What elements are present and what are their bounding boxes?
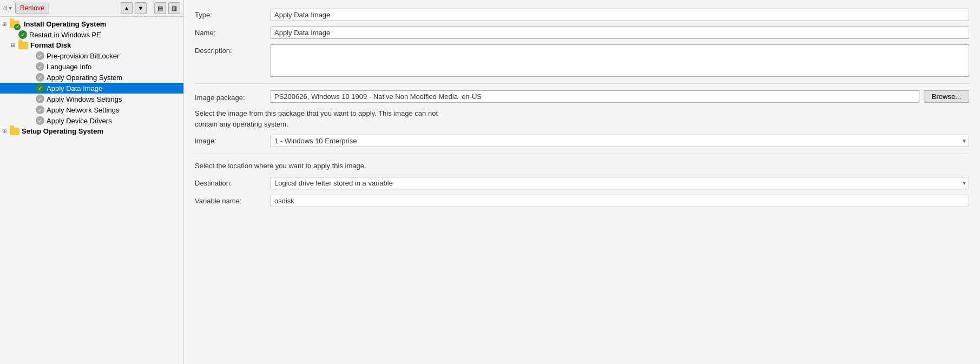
icon2-button[interactable]: ▥ — [168, 2, 180, 14]
toolbar: d ▾ Remove ▲ ▼ ▤ ▥ — [0, 0, 183, 17]
down-button[interactable]: ▼ — [135, 2, 147, 14]
tree-item-label: Setup Operating System — [22, 127, 103, 135]
image-package-input[interactable] — [271, 90, 919, 103]
remove-button[interactable]: Remove — [15, 3, 49, 14]
right-panel: Type: Name: Description: Image package: … — [184, 0, 980, 364]
folder-icon — [10, 128, 19, 135]
toolbar-icons: ▲ ▼ ▤ ▥ — [121, 2, 180, 14]
tree-item-label: Pre-provision BitLocker — [47, 52, 119, 60]
tree-item-label: Apply Network Settings — [47, 106, 119, 114]
tree-item-label: Apply Operating System — [47, 74, 122, 82]
description-input[interactable] — [271, 44, 969, 77]
tree-item-label: Apply Windows Settings — [47, 95, 122, 103]
toolbar-label: d ▾ — [3, 4, 12, 12]
destination-row: Destination: Logical drive letter stored… — [195, 177, 969, 189]
name-row: Name: — [195, 27, 969, 39]
tree-item-install-os[interactable]: ⊞ ✓ Install Operating System — [0, 19, 183, 29]
description-label: Description: — [195, 44, 271, 55]
browse-button[interactable]: Browse... — [924, 90, 969, 103]
tree: ⊞ ✓ Install Operating System ✓ Restart i… — [0, 17, 183, 364]
image-select-wrapper: 1 - Windows 10 Enterprise ▼ — [271, 135, 969, 147]
type-label: Type: — [195, 9, 271, 19]
status-gray-icon: ✓ — [36, 51, 44, 60]
tree-item-apply-os[interactable]: ✓ Apply Operating System — [0, 72, 183, 83]
status-gray-icon: ✓ — [36, 95, 44, 103]
tree-item-apply-windows-settings[interactable]: ✓ Apply Windows Settings — [0, 94, 183, 104]
divider-1 — [195, 83, 969, 84]
select-image-info: Select the image from this package that … — [195, 108, 969, 129]
status-gray-icon: ✓ — [36, 62, 44, 71]
description-row: Description: — [195, 44, 969, 77]
name-label: Name: — [195, 27, 271, 37]
image-package-label: Image package: — [195, 91, 271, 102]
status-gray-icon: ✓ — [36, 116, 44, 125]
tree-item-language-info[interactable]: ✓ Language Info — [0, 61, 183, 72]
expand-icon: ⊞ — [11, 42, 18, 48]
variable-name-row: Variable name: — [195, 195, 969, 207]
status-green-icon: ✓ — [36, 84, 44, 92]
divider-2 — [195, 154, 969, 154]
status-gray-icon: ✓ — [36, 73, 44, 82]
name-input[interactable] — [271, 27, 969, 39]
tree-item-apply-network-settings[interactable]: ✓ Apply Network Settings — [0, 104, 183, 115]
tree-item-label: Apply Data Image — [47, 84, 102, 92]
type-input[interactable] — [271, 9, 969, 21]
variable-name-input[interactable] — [271, 195, 969, 207]
tree-item-format-disk[interactable]: ⊞ Format Disk — [0, 40, 183, 50]
up-button[interactable]: ▲ — [121, 2, 133, 14]
status-green-icon: ✓ — [14, 24, 21, 30]
destination-select-wrapper: Logical drive letter stored in a variabl… — [271, 177, 969, 189]
tree-item-setup-os[interactable]: ⊞ Setup Operating System — [0, 126, 183, 136]
destination-info: Select the location where you want to ap… — [195, 161, 969, 171]
left-panel: d ▾ Remove ▲ ▼ ▤ ▥ ⊞ ✓ Install Operating… — [0, 0, 184, 364]
status-gray-icon: ✓ — [36, 105, 44, 114]
tree-item-label: Apply Device Drivers — [47, 117, 112, 125]
type-row: Type: — [195, 9, 969, 21]
tree-item-label: Install Operating System — [24, 20, 106, 28]
tree-item-label: Restart in Windows PE — [29, 31, 101, 39]
expand-icon: ⊞ — [2, 128, 10, 134]
expand-icon: ⊞ — [2, 21, 10, 27]
tree-item-apply-data-image[interactable]: ✓ Apply Data Image — [0, 83, 183, 94]
image-row: Image: 1 - Windows 10 Enterprise ▼ — [195, 135, 969, 147]
tree-item-restart-pe[interactable]: ✓ Restart in Windows PE — [0, 29, 183, 40]
folder-icon — [18, 42, 28, 49]
destination-select[interactable]: Logical drive letter stored in a variabl… — [271, 177, 969, 189]
tree-item-label: Format Disk — [30, 41, 71, 49]
image-select[interactable]: 1 - Windows 10 Enterprise — [271, 135, 969, 147]
image-package-row: Image package: Browse... — [195, 90, 969, 103]
status-green-icon: ✓ — [18, 30, 27, 39]
variable-name-label: Variable name: — [195, 195, 271, 205]
destination-label: Destination: — [195, 177, 271, 187]
tree-item-label: Language Info — [47, 63, 91, 71]
icon1-button[interactable]: ▤ — [154, 2, 166, 14]
image-label: Image: — [195, 135, 271, 145]
tree-item-bitlocker[interactable]: ✓ Pre-provision BitLocker — [0, 50, 183, 61]
tree-item-apply-device-drivers[interactable]: ✓ Apply Device Drivers — [0, 115, 183, 126]
